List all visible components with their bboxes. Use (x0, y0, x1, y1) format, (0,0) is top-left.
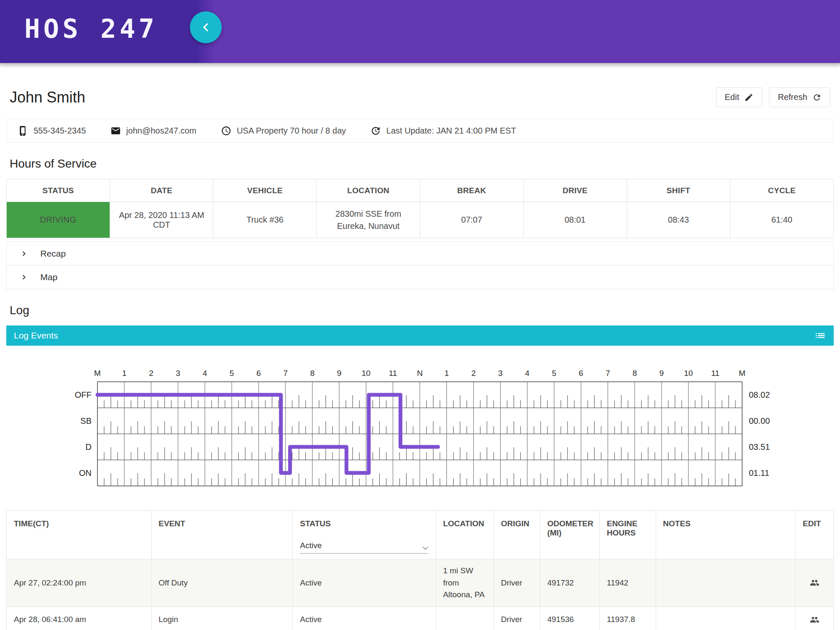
log-table-header-row: TIME(CT) EVENT STATUS Active LOCATION OR… (7, 511, 834, 559)
row-total: 03.51 (749, 442, 770, 452)
col-notes: NOTES (656, 511, 795, 559)
cell-time: Apr 27, 02:24:00 pm (7, 559, 152, 607)
hour-label: 10 (684, 369, 693, 378)
row-label-off: OFF (75, 390, 92, 399)
hour-label: 9 (337, 369, 341, 378)
col-odometer: ODOMETER (MI) (540, 511, 599, 559)
email-item: john@hos247.com (110, 126, 197, 136)
hour-label: 5 (552, 369, 556, 378)
hour-label: 11 (389, 369, 397, 378)
hour-label: 9 (659, 369, 664, 378)
cell-origin: Driver (494, 606, 540, 630)
hos-col-location: LOCATION (317, 179, 420, 202)
hour-label: N (417, 369, 423, 378)
chevron-right-icon (19, 273, 29, 282)
log-event-row: Apr 28, 06:41:00 amLoginActiveDriver4915… (7, 606, 834, 630)
clock-icon (221, 126, 231, 136)
row-total: 01.11 (749, 468, 769, 478)
map-label: Map (40, 272, 58, 282)
recap-expander[interactable]: Recap (6, 242, 834, 265)
hos-col-vehicle: VEHICLE (213, 179, 317, 202)
hour-label: 5 (230, 369, 234, 378)
log-event-row: Apr 27, 02:24:00 pmOff DutyActive1 mi SW… (7, 559, 834, 607)
co-drivers-icon[interactable] (810, 615, 819, 625)
hour-label: 3 (498, 369, 503, 378)
hos-grid-chart: M1234567891011N1234567891011MOFFSBDON08.… (6, 368, 832, 494)
hos-col-break: BREAK (420, 179, 523, 202)
list-view-icon[interactable] (814, 330, 826, 341)
hos-value-row: DRIVING Apr 28, 2020 11:13 AM CDT Truck … (7, 202, 834, 238)
hour-label: 1 (122, 369, 127, 378)
cycle-rule-item: USA Property 70 hour / 8 day (221, 126, 346, 136)
col-origin: ORIGIN (494, 511, 540, 559)
hour-label: 4 (203, 369, 207, 378)
hos-shift-value: 08:43 (627, 202, 730, 238)
hour-label: 7 (606, 369, 610, 378)
log-events-title: Log Events (14, 331, 58, 341)
brand-logo: HOS 247 (24, 13, 158, 44)
hour-label: 4 (525, 369, 530, 378)
hour-label: 2 (471, 369, 476, 378)
row-total: 08.02 (749, 390, 770, 399)
hour-label: 3 (176, 369, 181, 378)
smartphone-icon (18, 126, 28, 136)
row-label-sb: SB (80, 416, 92, 425)
refresh-button-label: Refresh (778, 92, 807, 102)
hos-cycle-value: 61:40 (730, 202, 833, 238)
cell-odometer: 491732 (540, 559, 599, 607)
hos-header-row: STATUS DATE VEHICLE LOCATION BREAK DRIVE… (7, 179, 834, 202)
phone-item: 555-345-2345 (18, 126, 86, 136)
cell-engine-hours: 11942 (599, 559, 656, 607)
cell-time: Apr 28, 06:41:00 am (7, 606, 152, 630)
hos-col-shift: SHIFT (627, 179, 730, 202)
log-events-table: TIME(CT) EVENT STATUS Active LOCATION OR… (6, 510, 834, 630)
co-drivers-icon[interactable] (810, 578, 819, 588)
map-expander[interactable]: Map (6, 265, 834, 289)
cell-edit-actions (795, 606, 834, 630)
col-event: EVENT (151, 511, 293, 559)
cell-status: Active (293, 606, 436, 630)
hour-label: 6 (579, 369, 583, 378)
cell-status: Active (293, 559, 436, 607)
status-filter-value: Active (300, 541, 322, 550)
log-heading: Log (10, 304, 834, 317)
title-actions: Edit Refresh (716, 87, 831, 107)
cell-event: Off Duty (151, 559, 293, 607)
cell-notes (656, 559, 795, 607)
col-time: TIME(CT) (7, 511, 152, 559)
row-label-d: D (86, 442, 92, 452)
chevron-right-icon (19, 249, 29, 258)
cell-odometer: 491536 (540, 606, 599, 630)
col-status: STATUS Active (293, 511, 436, 559)
cell-edit-actions (795, 559, 834, 607)
col-location: LOCATION (436, 511, 494, 559)
last-update-item: Last Update: JAN 21 4:00 PM EST (370, 126, 516, 136)
cell-location (436, 606, 494, 630)
main-content: John Smith Edit Refresh 555-345-2345 joh… (0, 87, 840, 630)
hos-grid-chart-wrap: M1234567891011N1234567891011MOFFSBDON08.… (6, 346, 834, 510)
refresh-button[interactable]: Refresh (769, 87, 830, 107)
hour-label: 8 (310, 369, 315, 378)
back-button[interactable] (190, 11, 222, 43)
hos-summary-table: STATUS DATE VEHICLE LOCATION BREAK DRIVE… (6, 179, 834, 238)
hos-col-cycle: CYCLE (730, 179, 833, 202)
hos-col-drive: DRIVE (523, 179, 627, 202)
edit-button-label: Edit (725, 92, 739, 102)
log-events-card: Log Events M1234567891011N1234567891011M… (6, 326, 834, 630)
page-title: John Smith (10, 89, 85, 106)
hour-label: 8 (633, 369, 637, 378)
recap-label: Recap (40, 249, 66, 259)
hos-heading: Hours of Service (10, 157, 834, 171)
hour-label: M (739, 369, 746, 378)
hos-vehicle: Truck #36 (213, 202, 317, 238)
driving-status-badge: DRIVING (7, 202, 110, 238)
status-filter-select[interactable]: Active (300, 541, 428, 554)
cell-event: Login (151, 606, 293, 630)
phone-number: 555-345-2345 (34, 126, 86, 136)
hour-label: M (94, 369, 101, 378)
hos-col-status: STATUS (7, 179, 110, 202)
chevron-down-icon (423, 546, 428, 550)
chevron-left-icon (197, 19, 214, 36)
col-engine-hours: ENGINE HOURS (599, 511, 656, 559)
edit-button[interactable]: Edit (716, 87, 762, 107)
